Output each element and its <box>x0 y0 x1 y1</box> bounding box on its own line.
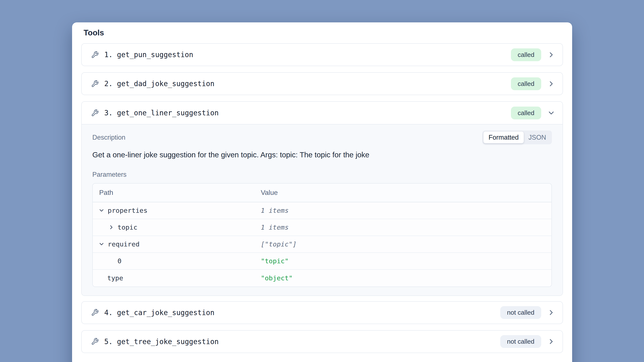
param-value: 1 items <box>261 206 552 214</box>
chevron-right-icon[interactable] <box>547 308 555 316</box>
param-value: "topic" <box>261 257 552 265</box>
tool-name: 1. get_pun_suggestion <box>104 50 193 59</box>
status-badge: called <box>511 106 541 120</box>
tool-row-get-dad-joke-suggestion[interactable]: 2. get_dad_joke_suggestion called <box>81 72 563 95</box>
table-row-required-0: 0 "topic" <box>93 253 552 270</box>
table-row-topic[interactable]: topic 1 items <box>93 219 552 236</box>
column-header-path: Path <box>93 189 261 196</box>
toggle-formatted[interactable]: Formatted <box>484 132 524 143</box>
param-key: type <box>107 274 123 282</box>
parameters-label: Parameters <box>92 171 552 178</box>
parameters-table: Path Value properties 1 items topic 1 <box>92 183 552 287</box>
param-key: topic <box>118 224 137 231</box>
column-header-value: Value <box>261 189 552 196</box>
param-value: ["topic"] <box>261 240 552 248</box>
tool-group-expanded: 3. get_one_liner_suggestion called Descr… <box>81 101 563 296</box>
param-key: 0 <box>118 257 122 265</box>
wrench-icon <box>91 80 99 88</box>
wrench-icon <box>91 309 99 316</box>
tool-detail-panel: Description Formatted JSON Get a one-lin… <box>82 124 562 296</box>
status-badge: not called <box>500 335 541 348</box>
desktop-background: { "panel": { "title": "Tools" }, "tools"… <box>0 0 644 362</box>
tool-row-get-tree-joke-suggestion[interactable]: 5. get_tree_joke_suggestion not called <box>81 330 563 353</box>
wrench-icon <box>91 109 99 117</box>
chevron-right-icon[interactable] <box>547 338 555 346</box>
chevron-right-icon[interactable] <box>108 224 114 230</box>
tool-row-get-one-liner-suggestion[interactable]: 3. get_one_liner_suggestion called <box>82 102 562 124</box>
chevron-right-icon[interactable] <box>547 51 555 59</box>
wrench-icon <box>91 51 99 59</box>
table-row-required[interactable]: required ["topic"] <box>93 236 552 253</box>
chevron-down-icon[interactable] <box>98 241 105 247</box>
status-badge: called <box>511 78 541 90</box>
table-row-type: type "object" <box>93 270 552 286</box>
panel-title: Tools <box>81 28 563 38</box>
tool-name: 3. get_one_liner_suggestion <box>104 109 218 117</box>
param-value: "object" <box>261 274 552 282</box>
wrench-icon <box>91 338 99 345</box>
table-header-row: Path Value <box>93 184 552 202</box>
tool-name: 2. get_dad_joke_suggestion <box>104 80 214 88</box>
param-key: properties <box>108 206 148 214</box>
tool-description: Get a one-liner joke suggestion for the … <box>92 150 552 160</box>
tool-row-get-car-joke-suggestion[interactable]: 4. get_car_joke_suggestion not called <box>81 301 563 324</box>
table-row-properties[interactable]: properties 1 items <box>93 202 552 219</box>
tool-row-get-pun-suggestion[interactable]: 1. get_pun_suggestion called <box>81 43 563 66</box>
description-label: Description <box>92 134 126 141</box>
status-badge: not called <box>500 306 541 319</box>
tool-name: 5. get_tree_joke_suggestion <box>104 338 218 346</box>
status-badge: called <box>511 48 541 61</box>
param-key: required <box>108 240 140 248</box>
tool-name: 4. get_car_joke_suggestion <box>104 308 214 317</box>
chevron-down-icon[interactable] <box>547 109 555 117</box>
param-value: 1 items <box>261 224 552 231</box>
tools-panel: Tools 1. get_pun_suggestion called 2. ge… <box>72 22 572 362</box>
toggle-json[interactable]: JSON <box>524 132 551 143</box>
chevron-down-icon[interactable] <box>98 207 105 214</box>
chevron-right-icon[interactable] <box>547 80 555 88</box>
view-toggle: Formatted JSON <box>482 130 552 144</box>
